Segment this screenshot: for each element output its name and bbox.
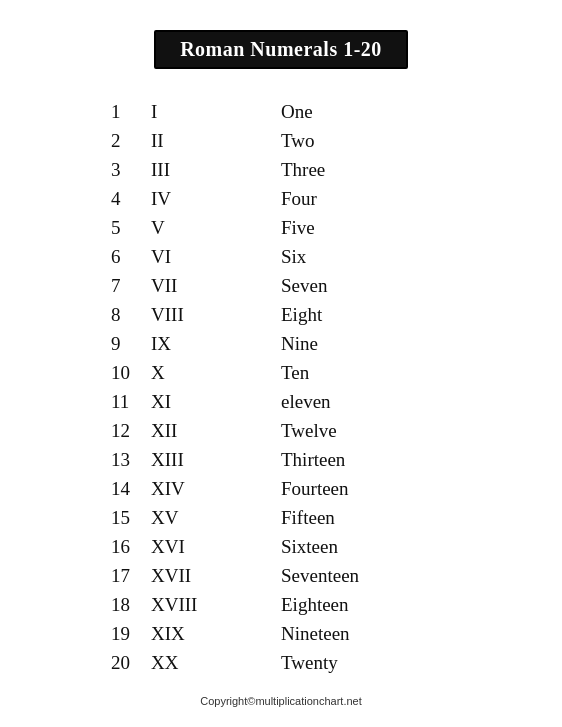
number-cell: 2 bbox=[51, 126, 131, 155]
word-cell: One bbox=[261, 97, 511, 126]
table-row: 17XVIISeventeen bbox=[51, 561, 511, 590]
word-cell: Twelve bbox=[261, 416, 511, 445]
table-row: 20XXTwenty bbox=[51, 648, 511, 677]
footer-copyright: Copyright©multiplicationchart.net bbox=[200, 695, 362, 707]
number-cell: 15 bbox=[51, 503, 131, 532]
roman-cell: XIX bbox=[131, 619, 261, 648]
number-cell: 7 bbox=[51, 271, 131, 300]
table-row: 7VIISeven bbox=[51, 271, 511, 300]
word-cell: Six bbox=[261, 242, 511, 271]
table-row: 2IITwo bbox=[51, 126, 511, 155]
number-cell: 13 bbox=[51, 445, 131, 474]
roman-cell: XIII bbox=[131, 445, 261, 474]
word-cell: Eight bbox=[261, 300, 511, 329]
number-cell: 10 bbox=[51, 358, 131, 387]
roman-cell: VI bbox=[131, 242, 261, 271]
table-row: 10XTen bbox=[51, 358, 511, 387]
table-row: 8VIIIEight bbox=[51, 300, 511, 329]
number-cell: 1 bbox=[51, 97, 131, 126]
roman-cell: V bbox=[131, 213, 261, 242]
table-row: 14XIVFourteen bbox=[51, 474, 511, 503]
number-cell: 16 bbox=[51, 532, 131, 561]
word-cell: Sixteen bbox=[261, 532, 511, 561]
number-cell: 11 bbox=[51, 387, 131, 416]
roman-cell: XV bbox=[131, 503, 261, 532]
roman-cell: XIV bbox=[131, 474, 261, 503]
table-row: 11XIeleven bbox=[51, 387, 511, 416]
page-title: Roman Numerals 1-20 bbox=[154, 30, 408, 69]
number-cell: 9 bbox=[51, 329, 131, 358]
roman-cell: VII bbox=[131, 271, 261, 300]
word-cell: Two bbox=[261, 126, 511, 155]
word-cell: Four bbox=[261, 184, 511, 213]
word-cell: Seven bbox=[261, 271, 511, 300]
table-row: 4IVFour bbox=[51, 184, 511, 213]
roman-cell: VIII bbox=[131, 300, 261, 329]
number-cell: 12 bbox=[51, 416, 131, 445]
table-row: 5VFive bbox=[51, 213, 511, 242]
word-cell: Thirteen bbox=[261, 445, 511, 474]
roman-cell: III bbox=[131, 155, 261, 184]
roman-cell: XVI bbox=[131, 532, 261, 561]
word-cell: Seventeen bbox=[261, 561, 511, 590]
word-cell: Nine bbox=[261, 329, 511, 358]
number-cell: 20 bbox=[51, 648, 131, 677]
number-cell: 6 bbox=[51, 242, 131, 271]
number-cell: 5 bbox=[51, 213, 131, 242]
roman-cell: XVII bbox=[131, 561, 261, 590]
roman-cell: II bbox=[131, 126, 261, 155]
roman-cell: XX bbox=[131, 648, 261, 677]
word-cell: Twenty bbox=[261, 648, 511, 677]
table-row: 18XVIIIEighteen bbox=[51, 590, 511, 619]
number-cell: 3 bbox=[51, 155, 131, 184]
number-cell: 14 bbox=[51, 474, 131, 503]
table-row: 15XVFifteen bbox=[51, 503, 511, 532]
roman-cell: I bbox=[131, 97, 261, 126]
number-cell: 17 bbox=[51, 561, 131, 590]
word-cell: Nineteen bbox=[261, 619, 511, 648]
roman-cell: XII bbox=[131, 416, 261, 445]
numerals-table: 1IOne2IITwo3IIIThree4IVFour5VFive6VISix7… bbox=[51, 97, 511, 677]
table-row: 13XIIIThirteen bbox=[51, 445, 511, 474]
roman-cell: X bbox=[131, 358, 261, 387]
word-cell: Fifteen bbox=[261, 503, 511, 532]
table-row: 6VISix bbox=[51, 242, 511, 271]
word-cell: Three bbox=[261, 155, 511, 184]
roman-cell: IX bbox=[131, 329, 261, 358]
word-cell: Eighteen bbox=[261, 590, 511, 619]
word-cell: Five bbox=[261, 213, 511, 242]
roman-cell: XVIII bbox=[131, 590, 261, 619]
table-row: 9IXNine bbox=[51, 329, 511, 358]
number-cell: 19 bbox=[51, 619, 131, 648]
number-cell: 4 bbox=[51, 184, 131, 213]
table-row: 1IOne bbox=[51, 97, 511, 126]
number-cell: 18 bbox=[51, 590, 131, 619]
word-cell: eleven bbox=[261, 387, 511, 416]
word-cell: Ten bbox=[261, 358, 511, 387]
table-row: 19XIXNineteen bbox=[51, 619, 511, 648]
table-row: 12XIITwelve bbox=[51, 416, 511, 445]
number-cell: 8 bbox=[51, 300, 131, 329]
word-cell: Fourteen bbox=[261, 474, 511, 503]
roman-cell: XI bbox=[131, 387, 261, 416]
table-row: 3IIIThree bbox=[51, 155, 511, 184]
table-row: 16XVISixteen bbox=[51, 532, 511, 561]
roman-cell: IV bbox=[131, 184, 261, 213]
